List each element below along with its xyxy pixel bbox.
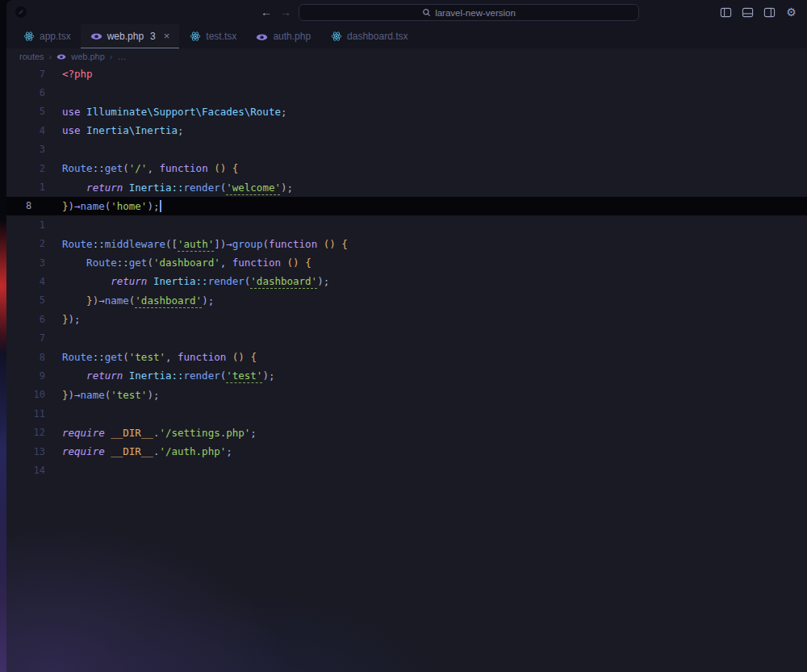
command-search-bar[interactable]: laravel-new-version (299, 4, 639, 21)
line-number[interactable]: 7 (6, 332, 45, 344)
tab-bar: app.tsxweb.php3×test.tsxauth.phpdashboar… (6, 24, 807, 48)
code-text: require __DIR__.'/auth.php'; (45, 445, 232, 457)
line-number[interactable]: 9 (6, 370, 45, 382)
line-number[interactable]: 2 (6, 238, 45, 249)
line-number[interactable]: 6 (6, 87, 45, 98)
tab-web.php[interactable]: web.php3× (81, 24, 180, 48)
line-number[interactable]: 5 (6, 294, 45, 306)
tab-label: test.tsx (206, 31, 236, 42)
code-line[interactable]: 10})→name('test'); (6, 386, 807, 404)
code-line[interactable]: 4 return Inertia::render('dashboard'); (6, 272, 807, 290)
code-area: 7<?php65use Illuminate\Support\Facades\R… (6, 65, 807, 480)
line-number[interactable]: 12 (6, 427, 45, 438)
line-number[interactable]: 8 (6, 352, 45, 363)
line-number[interactable]: 4 (6, 125, 45, 136)
chevron-right-icon: › (49, 52, 52, 61)
code-text: require __DIR__.'/settings.php'; (45, 427, 257, 439)
code-text: })→name('home'); (45, 200, 161, 212)
code-line[interactable]: 2Route::middleware(['auth'])→group(funct… (6, 235, 807, 253)
gear-icon[interactable]: ⚙ (785, 6, 797, 19)
code-line[interactable]: 1 (6, 215, 807, 234)
tab-label: web.php (107, 31, 144, 42)
code-text: Route::middleware(['auth'])→group(functi… (45, 238, 348, 250)
toggle-left-panel-icon[interactable] (720, 6, 732, 19)
code-text: }); (45, 313, 81, 325)
code-text: return Inertia::render('welcome'); (45, 182, 293, 194)
tab-label: dashboard.tsx (347, 31, 408, 42)
code-line-current[interactable]: 8})→name('home'); (6, 197, 807, 215)
line-number[interactable]: 14 (6, 465, 45, 476)
code-line[interactable]: 1 return Inertia::render('welcome'); (6, 177, 807, 196)
line-number[interactable]: 6 (6, 314, 45, 325)
code-line[interactable]: 9 return Inertia::render('test'); (6, 366, 807, 385)
line-number[interactable]: 10 (6, 389, 45, 400)
chevron-right-icon: › (110, 52, 113, 61)
titlebar-actions: ⚙ (720, 0, 797, 24)
code-line[interactable]: 12require __DIR__.'/settings.php'; (6, 423, 807, 441)
code-text: Route::get('test', function () { (45, 351, 257, 363)
line-number[interactable]: 5 (6, 106, 45, 117)
code-line[interactable]: 7<?php (6, 65, 807, 83)
line-number[interactable]: 1 (6, 219, 45, 231)
code-line[interactable]: 6}); (6, 310, 807, 328)
line-number[interactable]: 11 (6, 408, 45, 419)
code-line[interactable]: 2Route::get('/', function () { (6, 159, 807, 177)
code-line[interactable]: 11 (6, 404, 807, 423)
code-line[interactable]: 5use Illuminate\Support\Facades\Route; (6, 102, 807, 121)
code-text: Route::get('/', function () { (45, 162, 238, 174)
code-line[interactable]: 3 Route::get('dashboard', function () { (6, 253, 807, 272)
code-line[interactable]: 3 (6, 140, 807, 159)
php-icon (90, 30, 102, 42)
line-number[interactable]: 8 (6, 200, 45, 211)
php-icon (256, 31, 268, 43)
code-line[interactable]: 4use Inertia\Inertia; (6, 121, 807, 140)
search-icon (422, 8, 431, 17)
breadcrumb: routes › web.php › … (6, 48, 807, 65)
php-file-icon (56, 52, 66, 61)
code-text: Route::get('dashboard', function () { (45, 257, 312, 269)
code-text: })→name('dashboard'); (45, 294, 214, 307)
code-line[interactable]: 13require __DIR__.'/auth.php'; (6, 442, 807, 461)
react-icon (23, 31, 35, 43)
tab-app.tsx[interactable]: app.tsx (13, 24, 81, 48)
breadcrumb-item-routes[interactable]: routes (19, 52, 44, 61)
back-button[interactable]: ← (258, 0, 274, 24)
breadcrumb-item-symbol[interactable]: … (118, 52, 127, 61)
code-text: return Inertia::render('dashboard'); (45, 275, 329, 287)
code-line[interactable]: 7 (6, 328, 807, 347)
code-text: use Inertia\Inertia; (45, 124, 184, 136)
code-text: use Illuminate\Support\Facades\Route; (45, 106, 286, 118)
line-number[interactable]: 7 (6, 69, 45, 80)
toggle-right-panel-icon[interactable] (763, 6, 776, 19)
react-icon (330, 31, 342, 43)
line-number[interactable]: 1 (6, 182, 45, 193)
react-icon (189, 31, 201, 43)
tab-close-icon[interactable]: × (164, 30, 170, 42)
code-line[interactable]: 14 (6, 461, 807, 479)
text-cursor (160, 200, 161, 212)
title-bar: ← → laravel-new-version (6, 0, 807, 24)
line-number[interactable]: 13 (6, 446, 45, 457)
forward-button[interactable]: → (278, 0, 294, 24)
line-number[interactable]: 4 (6, 276, 45, 287)
tab-label: auth.php (273, 31, 311, 42)
line-number[interactable]: 3 (6, 144, 45, 155)
code-text: return Inertia::render('test'); (45, 369, 274, 382)
code-line[interactable]: 6 (6, 83, 807, 102)
code-line[interactable]: 5 })→name('dashboard'); (6, 291, 807, 310)
tab-test.tsx[interactable]: test.tsx (179, 24, 246, 48)
code-line[interactable]: 8Route::get('test', function () { (6, 348, 807, 366)
tab-label: app.tsx (40, 31, 71, 42)
line-number[interactable]: 3 (6, 257, 45, 269)
tab-auth.php[interactable]: auth.php (246, 24, 320, 48)
code-text: })→name('test'); (45, 389, 159, 401)
tab-badge: 3 (150, 31, 156, 42)
line-number[interactable]: 2 (6, 163, 45, 174)
toggle-bottom-panel-icon[interactable] (742, 6, 754, 19)
tab-dashboard.tsx[interactable]: dashboard.tsx (320, 24, 417, 48)
app-logo-icon[interactable] (15, 6, 27, 19)
search-text: laravel-new-version (435, 8, 516, 18)
breadcrumb-item-file[interactable]: web.php (71, 52, 105, 61)
editor-window: ← → laravel-new-version (6, 0, 807, 672)
editor-pane[interactable]: 7<?php65use Illuminate\Support\Facades\R… (6, 65, 807, 672)
